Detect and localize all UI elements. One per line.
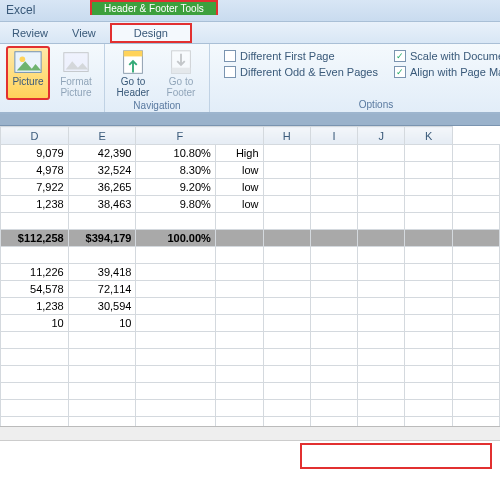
cell[interactable]	[215, 400, 263, 417]
cell[interactable]	[452, 196, 499, 213]
cell[interactable]	[215, 315, 263, 332]
col-header[interactable]: D	[1, 127, 69, 145]
table-row[interactable]	[1, 349, 500, 366]
cell[interactable]	[310, 179, 357, 196]
cell[interactable]	[405, 162, 452, 179]
table-row[interactable]: 7,92236,2659.20%low	[1, 179, 500, 196]
picture-button[interactable]: Picture	[6, 46, 50, 100]
tab-design[interactable]: Design	[110, 23, 192, 43]
cell[interactable]	[310, 264, 357, 281]
cell[interactable]	[310, 315, 357, 332]
cell[interactable]	[263, 400, 310, 417]
cell[interactable]: 8.30%	[136, 162, 215, 179]
cell[interactable]	[452, 366, 499, 383]
cell[interactable]: 1,238	[1, 196, 69, 213]
cell[interactable]	[405, 281, 452, 298]
cell[interactable]	[452, 332, 499, 349]
cell[interactable]: 10	[68, 315, 136, 332]
cell[interactable]: 36,265	[68, 179, 136, 196]
goto-header-button[interactable]: Go to Header	[111, 46, 155, 100]
cell[interactable]	[136, 332, 215, 349]
cell[interactable]	[452, 179, 499, 196]
cell[interactable]	[358, 281, 405, 298]
cell[interactable]	[310, 162, 357, 179]
cell[interactable]	[358, 332, 405, 349]
cell[interactable]	[215, 298, 263, 315]
cell[interactable]	[405, 179, 452, 196]
cell[interactable]	[310, 400, 357, 417]
cell[interactable]	[263, 162, 310, 179]
cell[interactable]: 30,594	[68, 298, 136, 315]
cell[interactable]: 9.80%	[136, 196, 215, 213]
cell[interactable]: 100.00%	[136, 230, 215, 247]
cell[interactable]	[358, 196, 405, 213]
cell[interactable]	[310, 145, 357, 162]
cell[interactable]	[136, 315, 215, 332]
cell[interactable]: $112,258	[1, 230, 69, 247]
cell[interactable]	[452, 298, 499, 315]
cell[interactable]	[68, 366, 136, 383]
worksheet[interactable]: D E F G H I J K 9,07942,39010.80%High4,9…	[0, 114, 500, 434]
cell[interactable]	[263, 145, 310, 162]
cell[interactable]	[358, 264, 405, 281]
col-header[interactable]: F	[136, 127, 263, 145]
cell[interactable]	[136, 298, 215, 315]
cell[interactable]	[68, 383, 136, 400]
cell[interactable]	[452, 400, 499, 417]
footer-section-highlight[interactable]	[300, 443, 492, 469]
diff-first-page-checkbox[interactable]: Different First Page	[224, 50, 378, 62]
cell[interactable]	[263, 349, 310, 366]
cell[interactable]	[310, 349, 357, 366]
col-header[interactable]: I	[310, 127, 357, 145]
table-row[interactable]	[1, 383, 500, 400]
cell[interactable]	[215, 383, 263, 400]
table-row[interactable]: 1,23838,4639.80%low	[1, 196, 500, 213]
cell[interactable]	[358, 315, 405, 332]
cell[interactable]	[358, 366, 405, 383]
cell[interactable]	[405, 349, 452, 366]
cell[interactable]	[405, 298, 452, 315]
cell[interactable]: low	[215, 196, 263, 213]
cell[interactable]	[405, 315, 452, 332]
cell[interactable]	[68, 332, 136, 349]
cell[interactable]: 10.80%	[136, 145, 215, 162]
cell[interactable]	[136, 400, 215, 417]
cell[interactable]	[136, 349, 215, 366]
cell[interactable]	[405, 400, 452, 417]
grid[interactable]: D E F G H I J K 9,07942,39010.80%High4,9…	[0, 126, 500, 434]
cell[interactable]: 10	[1, 315, 69, 332]
cell[interactable]	[358, 162, 405, 179]
column-headers[interactable]: D E F G H I J K	[1, 127, 500, 145]
cell[interactable]	[405, 332, 452, 349]
cell[interactable]: 39,418	[68, 264, 136, 281]
align-margins-checkbox[interactable]: ✓ Align with Page Margins	[394, 66, 500, 78]
scale-with-doc-checkbox[interactable]: ✓ Scale with Document	[394, 50, 500, 62]
cell[interactable]: 72,114	[68, 281, 136, 298]
cell[interactable]	[452, 162, 499, 179]
cell[interactable]	[405, 366, 452, 383]
cell[interactable]	[136, 264, 215, 281]
cell[interactable]	[1, 349, 69, 366]
cell[interactable]	[405, 264, 452, 281]
cell[interactable]: 9.20%	[136, 179, 215, 196]
col-header[interactable]: K	[405, 127, 452, 145]
cell[interactable]	[1, 366, 69, 383]
cell[interactable]	[215, 366, 263, 383]
cell[interactable]	[452, 281, 499, 298]
cell[interactable]: 4,978	[1, 162, 69, 179]
cell[interactable]	[452, 349, 499, 366]
cell[interactable]	[358, 400, 405, 417]
cell[interactable]	[68, 349, 136, 366]
cell[interactable]	[263, 281, 310, 298]
diff-odd-even-checkbox[interactable]: Different Odd & Even Pages	[224, 66, 378, 78]
cell[interactable]	[215, 281, 263, 298]
cell[interactable]: High	[215, 145, 263, 162]
col-header[interactable]: J	[358, 127, 405, 145]
cell[interactable]	[452, 264, 499, 281]
cell[interactable]	[358, 349, 405, 366]
table-row[interactable]: 4,97832,5248.30%low	[1, 162, 500, 179]
goto-footer-button[interactable]: Go to Footer	[159, 46, 203, 100]
cell[interactable]	[405, 145, 452, 162]
cell[interactable]	[310, 298, 357, 315]
cell[interactable]	[263, 179, 310, 196]
